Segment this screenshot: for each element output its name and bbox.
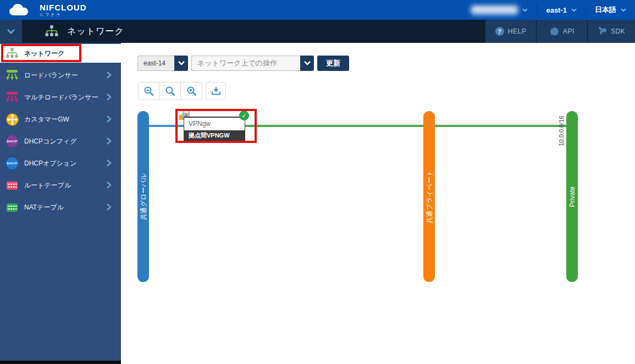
account-menu[interactable]: [462, 0, 537, 20]
zoom-controls: [138, 82, 202, 100]
sdk-button[interactable]: SDK: [587, 20, 635, 43]
download-icon: [212, 87, 220, 95]
help-button[interactable]: ? HELP: [485, 20, 536, 43]
sidebar-item-network[interactable]: ネットワーク: [0, 44, 121, 63]
chevron-down-icon: [7, 29, 15, 34]
brand-name: NIFCLOUD: [40, 3, 87, 12]
wrench-icon: [598, 27, 607, 36]
chevron-down-icon: [522, 8, 528, 12]
network-tree-icon: [5, 47, 19, 60]
multi-load-balancer-icon: [5, 91, 19, 104]
magnifier-icon: [165, 86, 175, 96]
sidebar-item-dhcp-config[interactable]: DHCP DHCPコンフィグ: [0, 133, 121, 150]
sidebar: ネットワーク ロードバランサー: [0, 43, 121, 361]
sidebar-item-label: マルチロードバランサー: [24, 93, 98, 102]
sidebar-item-multi-load-balancer[interactable]: マルチロードバランサー: [0, 89, 121, 106]
vpngw-tooltip[interactable]: VPNgw 拠点間VPNGW: [184, 117, 245, 142]
sidebar-item-label: ネットワーク: [24, 49, 64, 58]
chevron-right-icon: [107, 181, 111, 189]
zoom-out-icon: [143, 86, 154, 96]
private-cidr-label: 10.0.0.0/16: [558, 112, 565, 150]
network-bar-label: 共通グローバル: [139, 173, 148, 220]
nat-table-icon: [5, 201, 19, 214]
vpngw-type-label: 拠点間VPNGW: [184, 130, 245, 141]
zone-select[interactable]: east-14: [137, 56, 174, 71]
chevron-right-icon: [107, 71, 111, 79]
sidebar-item-route-table[interactable]: ルートテーブル: [0, 177, 121, 194]
zoom-out-button[interactable]: [138, 82, 159, 100]
chevron-right-icon: [107, 203, 111, 211]
zone-select-value: east-14: [143, 59, 165, 67]
sidebar-item-label: カスタマーGW: [24, 115, 69, 124]
zoom-in-icon: [186, 86, 197, 96]
sidebar-item-dhcp-option[interactable]: DHCP DHCPオプション: [0, 155, 121, 172]
customer-gateway-icon: [5, 113, 19, 126]
sidebar-item-load-balancer[interactable]: ロードバランサー: [0, 67, 121, 84]
api-button[interactable]: API: [536, 20, 587, 43]
brand-logo[interactable]: NIFCLOUD ニフクラ: [8, 1, 87, 19]
help-icon: ?: [495, 27, 504, 36]
network-bar-label: Private: [568, 186, 576, 207]
help-label: HELP: [508, 27, 526, 35]
sidebar-item-customer-gateway[interactable]: カスタマーGW: [0, 111, 121, 128]
sidebar-item-label: DHCPコンフィグ: [24, 137, 76, 146]
sidebar-collapse-button[interactable]: [0, 20, 22, 43]
action-select-value: ネットワーク上での操作: [197, 58, 277, 68]
zoom-reset-button[interactable]: [159, 82, 181, 100]
brand-subtitle: ニフクラ: [40, 13, 87, 17]
chevron-down-icon: [304, 61, 311, 65]
zoom-in-button[interactable]: [181, 82, 202, 100]
sidebar-item-label: NATテーブル: [24, 203, 64, 212]
sdk-label: SDK: [611, 27, 625, 35]
chevron-right-icon: [107, 93, 111, 101]
chevron-down-icon: [571, 8, 577, 12]
load-balancer-icon: [5, 69, 19, 82]
chevron-right-icon: [107, 159, 111, 167]
region-menu[interactable]: east-1: [537, 0, 586, 20]
sidebar-item-label: DHCPオプション: [24, 159, 76, 168]
sidebar-item-label: ロードバランサー: [24, 71, 78, 80]
network-bar-label: 共通プライベート: [425, 170, 434, 223]
sidebar-item-nat-table[interactable]: NATテーブル: [0, 198, 121, 216]
link-vpngw-to-private: [242, 125, 572, 127]
sidebar-item-label: ルートテーブル: [24, 181, 71, 190]
puzzle-icon: [549, 26, 559, 36]
dhcp-option-icon: DHCP: [6, 157, 18, 169]
sidebar-footer-strip: [0, 361, 121, 364]
action-select-chevron[interactable]: [300, 56, 314, 71]
api-label: API: [563, 27, 575, 35]
nifcloud-console: NIFCLOUD ニフクラ east-1 日本語: [0, 0, 635, 364]
dhcp-config-icon: DHCP: [6, 135, 18, 147]
chevron-right-icon: [107, 137, 111, 145]
chevron-down-icon: [178, 61, 185, 65]
chevron-down-icon: [621, 8, 626, 12]
page-title: ネットワーク: [67, 26, 124, 37]
zone-select-chevron[interactable]: [174, 56, 188, 71]
language-label: 日本語: [595, 5, 616, 15]
chevron-right-icon: [107, 115, 111, 123]
download-button[interactable]: [206, 82, 226, 100]
action-select[interactable]: ネットワーク上での操作: [191, 56, 300, 71]
vpngw-name: VPNgw: [184, 118, 245, 130]
cloud-logo-icon: [8, 2, 35, 18]
top-bar: NIFCLOUD ニフクラ east-1 日本語: [0, 0, 635, 20]
route-table-icon: [5, 179, 19, 192]
page-header: ネットワーク ? HELP API SDK: [0, 20, 635, 43]
status-check-icon: ✓: [239, 111, 249, 120]
language-menu[interactable]: 日本語: [586, 0, 635, 20]
refresh-button[interactable]: 更新: [317, 56, 349, 71]
account-name-redacted: [471, 5, 518, 14]
region-label: east-1: [546, 6, 567, 14]
network-tree-icon: [45, 25, 58, 40]
